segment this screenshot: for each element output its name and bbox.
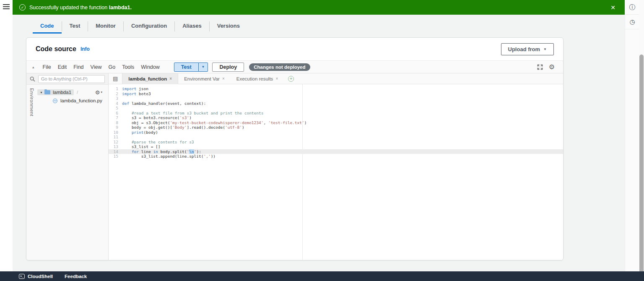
- tree-expand-caret-icon[interactable]: ▼: [40, 91, 43, 94]
- path-separator: /: [77, 90, 78, 95]
- code-line: 4def lambda_handler(event, context):: [109, 101, 563, 106]
- tab-monitor[interactable]: Monitor: [88, 19, 123, 34]
- info-panel-icon[interactable]: ⓘ: [625, 0, 639, 15]
- success-banner: ✓ Successfully updated the function lamb…: [13, 0, 625, 15]
- fullscreen-icon[interactable]: [537, 64, 543, 70]
- environment-label: Environment: [29, 88, 34, 260]
- scrollbar-thumb[interactable]: [639, 55, 644, 281]
- menu-items: FileEditFindViewGoToolsWindow: [39, 62, 163, 72]
- function-tabs: CodeTestMonitorConfigurationAliasesVersi…: [13, 18, 625, 35]
- code-line: 13 s3_list = []: [109, 144, 563, 149]
- menu-tools[interactable]: Tools: [119, 62, 138, 72]
- editor-tab-execution-results[interactable]: Execution results×: [231, 73, 284, 84]
- code-line: 14 for line in body.split('\n'):: [109, 149, 563, 154]
- folder-name: lambda1: [53, 90, 71, 95]
- code-line: 6 #read a text file from s3 bucket and p…: [109, 111, 563, 116]
- main-content: CodeTestMonitorConfigurationAliasesVersi…: [13, 15, 625, 271]
- menu-edit[interactable]: Edit: [55, 62, 70, 72]
- footer-bar: >_ CloudShell Feedback: [0, 271, 644, 281]
- code-line: 9 body = obj.get()['Body'].read().decode…: [109, 125, 563, 130]
- left-nav-strip: [0, 0, 13, 271]
- code-text-area[interactable]: 1import json2import boto334def lambda_ha…: [109, 84, 563, 260]
- clock-icon[interactable]: ◷: [625, 15, 639, 29]
- code-source-header: Code source Info Upload from ▼: [26, 38, 563, 60]
- tab-aliases[interactable]: Aliases: [175, 19, 209, 34]
- tree-folder-lambda1[interactable]: ▼ lambda1 / ⚙▾: [37, 88, 108, 96]
- upload-from-button[interactable]: Upload from ▼: [501, 43, 554, 55]
- tab-test[interactable]: Test: [62, 19, 88, 34]
- tab-close-icon[interactable]: ×: [169, 76, 172, 81]
- test-button[interactable]: Test: [174, 62, 199, 72]
- tree-settings-gear-icon[interactable]: ⚙▾: [95, 90, 102, 95]
- deploy-status-badge: Changes not deployed: [249, 63, 310, 71]
- file-name: lambda_function.py: [60, 98, 102, 103]
- code-line: 5: [109, 106, 563, 111]
- menu-view[interactable]: View: [87, 62, 105, 72]
- menu-file[interactable]: File: [39, 62, 55, 72]
- feedback-button[interactable]: Feedback: [65, 274, 87, 279]
- code-line: 8 obj = s3.Object('my-test-bucket-codewh…: [109, 120, 563, 125]
- banner-close-icon[interactable]: ✕: [608, 3, 618, 12]
- new-tab-plus-icon[interactable]: +: [288, 76, 294, 82]
- settings-gear-icon[interactable]: ⚙: [549, 64, 555, 70]
- code-line: 1import json: [109, 86, 563, 91]
- hamburger-menu-icon[interactable]: [3, 4, 10, 9]
- chevron-down-icon: ▼: [543, 47, 547, 51]
- tab-list-icon[interactable]: ▤: [109, 75, 122, 82]
- environment-strip[interactable]: Environment: [26, 85, 37, 260]
- tab-code[interactable]: Code: [33, 19, 62, 34]
- editor-tabs: lambda_function×Environment Var×Executio…: [122, 73, 284, 84]
- code-line: 15 s3_list.append(line.split(',')): [109, 154, 563, 159]
- right-utility-rail: ⓘ ◷: [625, 0, 639, 281]
- code-line: 3: [109, 96, 563, 101]
- editor-body: Environment ▼ lambda1 / ⚙▾: [26, 73, 563, 260]
- info-link[interactable]: Info: [80, 46, 90, 52]
- editor-tab-lambda_function[interactable]: lambda_function×: [122, 73, 178, 84]
- cloudshell-button[interactable]: >_ CloudShell: [19, 274, 53, 279]
- editor-tab-bar: ▤ lambda_function×Environment Var×Execut…: [109, 73, 563, 84]
- code-source-card: Code source Info Upload from ▼ ▴ FileEdi…: [26, 37, 564, 260]
- success-message: Successfully updated the function lambda…: [29, 5, 132, 10]
- python-file-icon: <>: [53, 99, 57, 103]
- menu-go[interactable]: Go: [105, 62, 119, 72]
- page-scrollbar[interactable]: [639, 0, 644, 281]
- search-icon: [26, 76, 38, 82]
- menu-find[interactable]: Find: [70, 62, 87, 72]
- environment-panel: Environment ▼ lambda1 / ⚙▾: [26, 73, 109, 260]
- code-line: 12 #parse the contents for s3: [109, 140, 563, 145]
- code-line: 7 s3 = boto3.resource('s3'): [109, 115, 563, 120]
- editor-tab-environment-var[interactable]: Environment Var×: [178, 73, 231, 84]
- deploy-button[interactable]: Deploy: [212, 62, 244, 72]
- code-line: 2import boto3: [109, 91, 563, 96]
- menu-window[interactable]: Window: [138, 62, 163, 72]
- folder-icon: [44, 90, 50, 94]
- test-dropdown-icon[interactable]: ▼: [199, 62, 208, 72]
- search-row: [26, 73, 108, 85]
- collapse-menubar-icon[interactable]: ▴: [32, 65, 34, 69]
- tab-close-icon[interactable]: ×: [275, 76, 278, 81]
- success-check-icon: ✓: [19, 4, 26, 10]
- code-line: 11: [109, 135, 563, 140]
- code-line: 10 print(body): [109, 130, 563, 135]
- tree-file-lambda-function[interactable]: <> lambda_function.py: [37, 97, 108, 104]
- file-tree: ▼ lambda1 / ⚙▾ <> lambda_function.py: [37, 85, 108, 260]
- test-split-button[interactable]: Test ▼: [174, 62, 208, 72]
- cloudshell-terminal-icon: >_: [19, 274, 25, 279]
- code-editor: ▤ lambda_function×Environment Var×Execut…: [109, 73, 563, 260]
- tab-close-icon[interactable]: ×: [222, 76, 225, 81]
- cloudshell-label: CloudShell: [28, 274, 53, 279]
- editor-menu-bar: ▴ FileEditFindViewGoToolsWindow Test ▼ D…: [26, 60, 563, 73]
- code-source-title: Code source: [36, 45, 76, 53]
- goto-anything-input[interactable]: [38, 75, 105, 83]
- tab-configuration[interactable]: Configuration: [124, 19, 174, 34]
- tab-versions[interactable]: Versions: [210, 19, 247, 34]
